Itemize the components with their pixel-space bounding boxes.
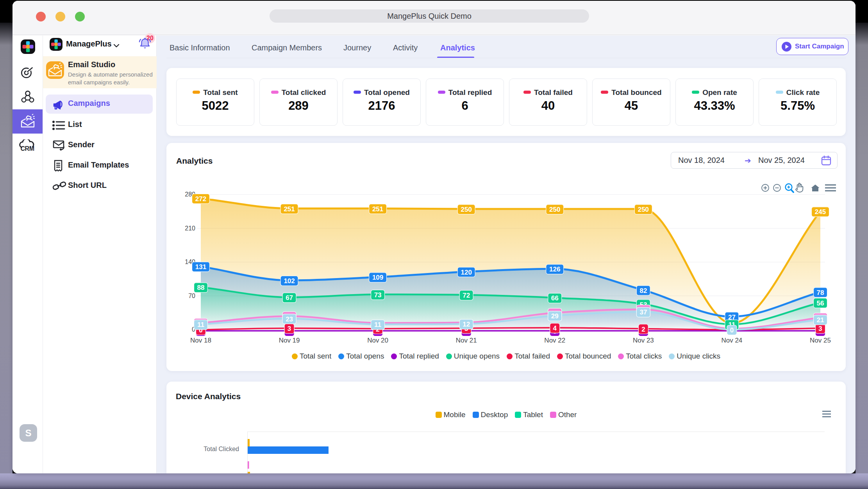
svg-text:0: 0 — [730, 327, 734, 334]
svg-text:Nov 18: Nov 18 — [190, 337, 211, 344]
svg-text:Nov 22: Nov 22 — [544, 337, 565, 344]
svg-text:21: 21 — [817, 316, 824, 324]
svg-text:Nov 21: Nov 21 — [456, 337, 477, 344]
svg-text:251: 251 — [284, 205, 295, 213]
svg-text:88: 88 — [197, 284, 205, 291]
svg-text:Total Clicked: Total Clicked — [204, 446, 239, 452]
svg-text:3: 3 — [818, 325, 822, 332]
svg-text:70: 70 — [188, 293, 195, 299]
svg-text:Nov 23: Nov 23 — [633, 337, 654, 344]
svg-text:82: 82 — [639, 287, 647, 294]
svg-text:102: 102 — [284, 277, 295, 285]
svg-text:272: 272 — [195, 195, 206, 203]
svg-text:250: 250 — [638, 206, 649, 213]
svg-text:12: 12 — [463, 321, 470, 328]
svg-text:73: 73 — [374, 291, 382, 299]
svg-text:3: 3 — [288, 325, 291, 332]
svg-text:23: 23 — [286, 316, 293, 323]
svg-text:CRM: CRM — [21, 145, 34, 152]
svg-text:78: 78 — [817, 289, 824, 296]
svg-text:66: 66 — [551, 294, 559, 302]
svg-text:250: 250 — [549, 206, 560, 213]
svg-text:120: 120 — [461, 269, 472, 276]
svg-text:4: 4 — [553, 325, 557, 332]
svg-text:11: 11 — [197, 321, 204, 328]
svg-text:126: 126 — [549, 266, 560, 273]
svg-text:67: 67 — [286, 294, 293, 302]
svg-text:Nov 24: Nov 24 — [721, 337, 742, 344]
svg-text:Nov 25: Nov 25 — [810, 337, 831, 344]
svg-text:2: 2 — [641, 326, 645, 333]
svg-text:29: 29 — [551, 312, 559, 320]
svg-text:245: 245 — [815, 208, 826, 216]
svg-text:210: 210 — [185, 225, 195, 232]
svg-text:11: 11 — [374, 321, 381, 328]
svg-text:72: 72 — [463, 292, 470, 299]
svg-text:Nov 20: Nov 20 — [367, 337, 388, 344]
svg-text:251: 251 — [372, 205, 383, 213]
svg-text:Nov 19: Nov 19 — [279, 337, 300, 344]
svg-text:37: 37 — [639, 309, 647, 316]
svg-text:109: 109 — [372, 274, 383, 281]
svg-text:250: 250 — [461, 206, 472, 213]
svg-text:131: 131 — [195, 263, 206, 271]
svg-text:56: 56 — [817, 300, 824, 307]
